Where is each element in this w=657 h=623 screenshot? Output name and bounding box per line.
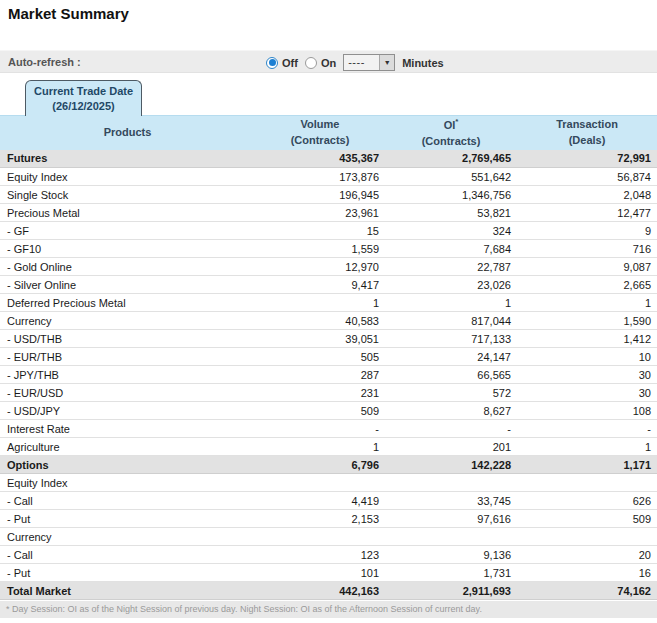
product-cell: Currency [0, 528, 255, 546]
table-header-row: Products Volume (Contracts) OI* (Contrac… [0, 116, 657, 150]
table-row: Interest Rate--- [0, 420, 657, 438]
volume-cell: 123 [255, 546, 385, 564]
oi-cell: 23,026 [385, 276, 517, 294]
header-oi: OI* (Contracts) [385, 116, 517, 150]
oi-cell: 7,684 [385, 240, 517, 258]
oi-cell: 8,627 [385, 402, 517, 420]
oi-cell: 22,787 [385, 258, 517, 276]
volume-cell: - [255, 420, 385, 438]
volume-cell: 40,583 [255, 312, 385, 330]
deals-cell: 72,991 [517, 150, 657, 168]
volume-cell: 15 [255, 222, 385, 240]
volume-cell: 4,419 [255, 492, 385, 510]
deals-cell: 1 [517, 438, 657, 456]
header-transaction-line2: (Deals) [517, 133, 657, 149]
table-row: - Call1239,13620 [0, 546, 657, 564]
product-cell: Agriculture [0, 438, 255, 456]
tab-label-line2: (26/12/2025) [34, 99, 133, 114]
product-cell: - Gold Online [0, 258, 255, 276]
auto-refresh-off-option[interactable]: Off [266, 57, 298, 69]
radio-dot-icon [269, 59, 276, 66]
header-volume-line2: (Contracts) [255, 133, 385, 149]
product-cell: - Call [0, 492, 255, 510]
volume-cell: 173,876 [255, 168, 385, 186]
header-oi-line1: OI* [385, 116, 517, 134]
table-row: - EUR/USD23157230 [0, 384, 657, 402]
volume-cell: 39,051 [255, 330, 385, 348]
oi-cell: 53,821 [385, 204, 517, 222]
minutes-select[interactable]: ---- ▼ [343, 54, 395, 71]
oi-cell: 1,346,756 [385, 186, 517, 204]
volume-cell: 509 [255, 402, 385, 420]
header-volume-line1: Volume [255, 117, 385, 133]
volume-cell: 442,163 [255, 582, 385, 600]
market-summary-page: Market Summary Auto-refresh : Off On ---… [0, 0, 657, 623]
oi-cell: 717,133 [385, 330, 517, 348]
volume-cell [255, 528, 385, 546]
oi-cell: 572 [385, 384, 517, 402]
oi-cell: 97,616 [385, 510, 517, 528]
deals-cell: 1,412 [517, 330, 657, 348]
oi-cell: 201 [385, 438, 517, 456]
table-row: - EUR/THB50524,14710 [0, 348, 657, 366]
table-row: - JPY/THB28766,56530 [0, 366, 657, 384]
volume-cell: 435,367 [255, 150, 385, 168]
header-volume: Volume (Contracts) [255, 116, 385, 150]
volume-cell: 231 [255, 384, 385, 402]
deals-cell: 626 [517, 492, 657, 510]
table-row: Options6,796142,2281,171 [0, 456, 657, 474]
radio-off-icon[interactable] [266, 57, 278, 69]
product-cell: - Put [0, 510, 255, 528]
minutes-label: Minutes [402, 57, 444, 69]
tab-current-trade-date[interactable]: Current Trade Date (26/12/2025) [25, 80, 142, 116]
oi-cell: - [385, 420, 517, 438]
minutes-select-value: ---- [344, 55, 379, 70]
deals-cell: 56,874 [517, 168, 657, 186]
table-row: Single Stock196,9451,346,7562,048 [0, 186, 657, 204]
deals-cell: 10 [517, 348, 657, 366]
oi-cell: 24,147 [385, 348, 517, 366]
volume-cell: 505 [255, 348, 385, 366]
table-row: Equity Index [0, 474, 657, 492]
tab-label-line1: Current Trade Date [34, 84, 133, 99]
volume-cell: 196,945 [255, 186, 385, 204]
oi-cell: 551,642 [385, 168, 517, 186]
oi-cell: 2,769,465 [385, 150, 517, 168]
product-cell: Deferred Precious Metal [0, 294, 255, 312]
auto-refresh-label: Auto-refresh : [8, 56, 81, 68]
product-cell: - JPY/THB [0, 366, 255, 384]
oi-cell: 66,565 [385, 366, 517, 384]
volume-cell: 1,559 [255, 240, 385, 258]
radio-on-label: On [321, 57, 336, 69]
volume-cell: 1 [255, 294, 385, 312]
table-row: Futures435,3672,769,46572,991 [0, 150, 657, 168]
header-oi-line2: (Contracts) [385, 134, 517, 150]
table-row: - Call4,41933,745626 [0, 492, 657, 510]
oi-cell: 324 [385, 222, 517, 240]
deals-cell: 1 [517, 294, 657, 312]
footnote-asterisk: * [455, 117, 458, 126]
deals-cell: 9 [517, 222, 657, 240]
page-title: Market Summary [0, 0, 657, 22]
table-row: - Put1011,73116 [0, 564, 657, 582]
volume-cell [255, 474, 385, 492]
deals-cell: 20 [517, 546, 657, 564]
product-cell: Futures [0, 150, 255, 168]
market-table-body: Futures435,3672,769,46572,991Equity Inde… [0, 150, 657, 600]
auto-refresh-on-option[interactable]: On [305, 57, 336, 69]
radio-off-label: Off [282, 57, 298, 69]
radio-on-icon[interactable] [305, 57, 317, 69]
deals-cell: 30 [517, 384, 657, 402]
product-cell: - GF10 [0, 240, 255, 258]
table-row: Agriculture12011 [0, 438, 657, 456]
deals-cell: 1,590 [517, 312, 657, 330]
volume-cell: 2,153 [255, 510, 385, 528]
market-summary-table: Products Volume (Contracts) OI* (Contrac… [0, 115, 657, 600]
product-cell: Equity Index [0, 168, 255, 186]
oi-cell [385, 474, 517, 492]
product-cell: - Call [0, 546, 255, 564]
deals-cell [517, 474, 657, 492]
table-row: Currency [0, 528, 657, 546]
volume-cell: 12,970 [255, 258, 385, 276]
deals-cell: 2,665 [517, 276, 657, 294]
